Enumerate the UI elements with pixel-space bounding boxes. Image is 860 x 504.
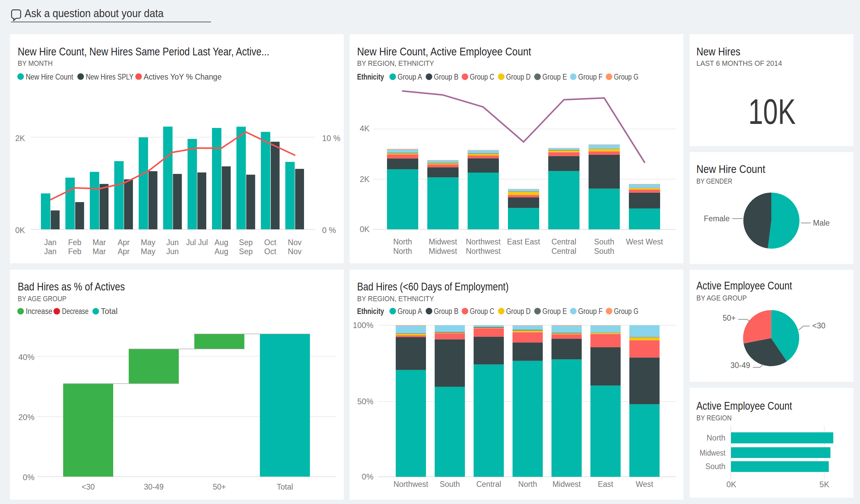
svg-text:New Hire Count, New Hires Same: New Hire Count, New Hires Same Period La… bbox=[18, 45, 269, 58]
svg-text:North: North bbox=[393, 237, 412, 246]
svg-text:30-49: 30-49 bbox=[730, 361, 750, 370]
svg-text:Group E: Group E bbox=[543, 73, 567, 81]
svg-text:0K: 0K bbox=[360, 225, 370, 234]
svg-text:Ethnicity: Ethnicity bbox=[357, 307, 384, 316]
svg-text:West West: West West bbox=[626, 237, 663, 246]
svg-text:40%: 40% bbox=[18, 353, 34, 361]
svg-text:Northwest: Northwest bbox=[466, 237, 501, 246]
svg-text:BY REGION, ETHNICITY: BY REGION, ETHNICITY bbox=[357, 59, 434, 68]
svg-text:Active Employee Count: Active Employee Count bbox=[697, 279, 792, 292]
svg-text:West: West bbox=[635, 480, 654, 489]
svg-text:May: May bbox=[141, 247, 156, 256]
svg-text:Increase: Increase bbox=[26, 307, 53, 316]
svg-text:0K: 0K bbox=[726, 480, 736, 489]
svg-text:Sep: Sep bbox=[239, 247, 253, 256]
svg-text:0%: 0% bbox=[23, 473, 34, 482]
svg-text:LAST 6 MONTHS OF 2014: LAST 6 MONTHS OF 2014 bbox=[697, 59, 782, 68]
svg-text:Midwest: Midwest bbox=[552, 480, 581, 489]
svg-text:Jan: Jan bbox=[44, 247, 56, 256]
svg-text:New Hire Count: New Hire Count bbox=[26, 73, 74, 81]
svg-text:2K: 2K bbox=[360, 175, 370, 184]
svg-text:Active Employee Count: Active Employee Count bbox=[697, 400, 792, 412]
svg-text:South: South bbox=[705, 462, 725, 471]
svg-text:5K: 5K bbox=[819, 480, 829, 489]
svg-text:Group F: Group F bbox=[578, 73, 603, 81]
svg-text:BY REGION, ETHNICITY: BY REGION, ETHNICITY bbox=[357, 295, 434, 303]
svg-text:10K: 10K bbox=[748, 92, 796, 131]
svg-text:0%: 0% bbox=[362, 472, 374, 481]
svg-text:BY AGE GROUP: BY AGE GROUP bbox=[18, 295, 67, 303]
svg-text:Group B: Group B bbox=[434, 307, 459, 316]
svg-text:Nov: Nov bbox=[288, 238, 302, 247]
svg-text:10 %: 10 % bbox=[322, 134, 341, 143]
svg-text:Apr: Apr bbox=[118, 238, 130, 247]
svg-text:Group C: Group C bbox=[470, 73, 494, 81]
svg-text:50%: 50% bbox=[357, 397, 373, 406]
svg-text:New Hires: New Hires bbox=[697, 45, 741, 58]
svg-text:Jun: Jun bbox=[166, 238, 179, 247]
svg-text:Jan: Jan bbox=[44, 238, 56, 247]
svg-text:Feb: Feb bbox=[68, 247, 82, 256]
svg-text:Aug: Aug bbox=[215, 247, 228, 256]
svg-text:Group D: Group D bbox=[506, 307, 531, 316]
svg-text:2K: 2K bbox=[15, 134, 25, 143]
svg-text:Group A: Group A bbox=[398, 73, 422, 81]
svg-text:New Hire Count: New Hire Count bbox=[697, 163, 765, 175]
svg-text:BY GENDER: BY GENDER bbox=[697, 177, 732, 186]
svg-text:Northwest: Northwest bbox=[393, 480, 428, 489]
svg-text:Apr: Apr bbox=[118, 247, 130, 256]
svg-text:4K: 4K bbox=[360, 124, 370, 133]
svg-text:20%: 20% bbox=[18, 413, 34, 422]
svg-text:100%: 100% bbox=[353, 321, 373, 330]
svg-text:Group B: Group B bbox=[434, 73, 459, 81]
svg-text:Bad Hires (<60 Days of Employm: Bad Hires (<60 Days of Employment) bbox=[357, 280, 508, 293]
svg-text:Midwest: Midwest bbox=[429, 237, 457, 246]
svg-text:BY REGION: BY REGION bbox=[697, 414, 732, 422]
svg-text:North: North bbox=[393, 247, 412, 255]
svg-text:Group F: Group F bbox=[578, 307, 603, 316]
svg-text:Group G: Group G bbox=[614, 307, 639, 316]
svg-text:Group G: Group G bbox=[614, 73, 639, 81]
svg-text:Male: Male bbox=[813, 219, 830, 227]
svg-text:Sep: Sep bbox=[239, 238, 253, 247]
svg-text:New Hire Count, Active Employe: New Hire Count, Active Employee Count bbox=[357, 45, 531, 58]
svg-text:Total: Total bbox=[277, 483, 293, 491]
svg-text:South: South bbox=[440, 480, 460, 489]
svg-text:Female: Female bbox=[704, 214, 730, 223]
svg-text:Bad Hires as % of Actives: Bad Hires as % of Actives bbox=[18, 280, 125, 293]
svg-text:50+: 50+ bbox=[722, 314, 736, 322]
svg-text:<30: <30 bbox=[812, 321, 826, 330]
svg-text:Group A: Group A bbox=[398, 307, 422, 316]
svg-text:Aug: Aug bbox=[215, 238, 228, 247]
svg-text:Group C: Group C bbox=[470, 307, 494, 316]
svg-text:East: East bbox=[598, 480, 613, 489]
svg-text:Ethnicity: Ethnicity bbox=[357, 73, 384, 81]
svg-text:Mar: Mar bbox=[92, 247, 106, 256]
svg-text:Central: Central bbox=[476, 480, 501, 489]
svg-text:30-49: 30-49 bbox=[144, 483, 163, 491]
svg-text:Oct: Oct bbox=[264, 247, 276, 256]
svg-text:BY MONTH: BY MONTH bbox=[18, 59, 53, 68]
svg-text:Central: Central bbox=[551, 247, 576, 255]
svg-text:Midwest: Midwest bbox=[700, 449, 726, 457]
svg-text:May: May bbox=[141, 238, 156, 247]
svg-text:50+: 50+ bbox=[213, 483, 226, 491]
svg-text:Nov: Nov bbox=[288, 247, 302, 256]
svg-text:South: South bbox=[594, 237, 614, 246]
svg-text:Actives YoY % Change: Actives YoY % Change bbox=[144, 73, 222, 81]
svg-text:0K: 0K bbox=[15, 226, 25, 235]
svg-text:Northwest: Northwest bbox=[466, 247, 501, 255]
svg-text:<30: <30 bbox=[82, 483, 95, 491]
svg-text:Jun: Jun bbox=[166, 247, 179, 256]
svg-text:0 %: 0 % bbox=[322, 226, 336, 235]
svg-text:Jul Jul: Jul Jul bbox=[186, 238, 208, 247]
svg-text:South: South bbox=[594, 247, 614, 255]
svg-text:Mar: Mar bbox=[92, 238, 106, 247]
svg-text:Feb: Feb bbox=[68, 238, 82, 247]
svg-text:Total: Total bbox=[101, 307, 118, 316]
svg-text:Ask a question about your data: Ask a question about your data bbox=[25, 7, 164, 19]
svg-text:East East: East East bbox=[507, 237, 540, 246]
svg-text:Decrease: Decrease bbox=[62, 307, 89, 316]
svg-text:BY AGE GROUP: BY AGE GROUP bbox=[697, 294, 747, 302]
svg-text:Central: Central bbox=[551, 237, 576, 246]
